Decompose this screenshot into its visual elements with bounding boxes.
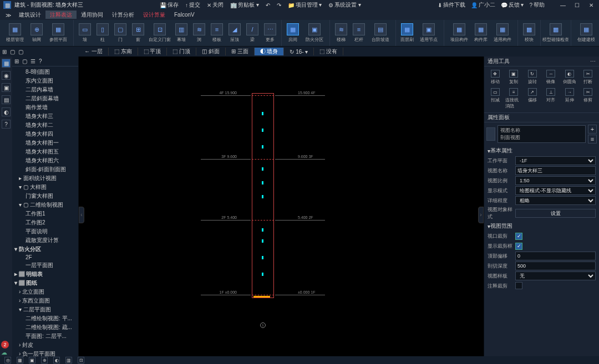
tree-item[interactable]: 工作图1 bbox=[12, 209, 78, 218]
tree-item[interactable]: ▾ 二层平面图 bbox=[12, 305, 78, 314]
property-select[interactable]: 1:50 bbox=[515, 176, 596, 185]
ribbon-button[interactable]: ▦创建建模 bbox=[573, 21, 599, 45]
tree-item[interactable]: › 东西立面图 bbox=[12, 296, 78, 305]
title-action[interactable]: ↷ bbox=[277, 2, 281, 8]
add-view-button[interactable]: + bbox=[588, 125, 597, 134]
property-select[interactable]: 绘图模式-不显示隐藏线 bbox=[515, 186, 596, 195]
title-action[interactable]: 💾保存 bbox=[160, 1, 179, 9]
rail-icon-3[interactable]: ▣ bbox=[2, 83, 11, 92]
tree-item[interactable]: 墙身大样图六 bbox=[12, 156, 78, 165]
cloud-sync-icon[interactable]: ☁ bbox=[1, 349, 7, 356]
title-right-item[interactable]: 💬反馈 ▾ bbox=[501, 1, 524, 9]
property-checkbox[interactable]: ✓ bbox=[515, 243, 522, 250]
tree-item[interactable]: 二层斜面幕墙 bbox=[12, 94, 78, 103]
ribbon-button[interactable]: ▦项目构件 bbox=[446, 21, 472, 45]
tool-button[interactable]: ✂打断 bbox=[580, 69, 597, 86]
title-action[interactable]: ⚙系统设置 ▾ bbox=[328, 1, 361, 9]
status-icon[interactable]: ⊕ bbox=[41, 357, 48, 363]
title-right-item[interactable]: 👤广小二 bbox=[471, 1, 495, 9]
viewbar-tab[interactable]: ▢ bbox=[10, 49, 15, 55]
tree-item[interactable]: ▾ ▢ 大样图 bbox=[12, 183, 78, 192]
status-icon[interactable]: ▥ bbox=[65, 357, 72, 363]
tool-button[interactable]: →延伸 bbox=[561, 87, 578, 110]
tree-item[interactable]: ▾ 防火分区 bbox=[12, 245, 78, 254]
tree-item[interactable]: 疏散宽度计算 bbox=[12, 236, 78, 245]
ribbon-button[interactable]: ⊡自定义门窗 bbox=[147, 21, 172, 45]
tree-item[interactable]: 8-8剖面图 bbox=[12, 68, 78, 76]
collapse-menu-icon[interactable]: ≫ bbox=[3, 11, 13, 19]
tree-item[interactable]: ▸ 面积统计视图 bbox=[12, 174, 78, 183]
viewbar-tab[interactable]: ⊞ bbox=[2, 49, 7, 55]
view-segment[interactable]: ⬚ 平顶 bbox=[138, 48, 167, 55]
section-basic[interactable]: ▾ 基本属性 bbox=[484, 146, 599, 156]
view-segment[interactable]: ← 一层 bbox=[79, 48, 109, 55]
tree-item[interactable]: 一层平面图 bbox=[12, 261, 78, 270]
tool-button[interactable]: ✂修剪 bbox=[580, 87, 597, 110]
ribbon-button[interactable]: ▩模型碰撞检查 bbox=[543, 21, 568, 45]
property-checkbox[interactable]: ✓ bbox=[515, 233, 522, 240]
view-name-select[interactable]: 视图名称 剖面视图 bbox=[498, 125, 586, 143]
status-icon[interactable]: ⊡ bbox=[78, 357, 84, 363]
menu-item[interactable]: 设计算量 bbox=[139, 11, 170, 19]
tool-button[interactable]: ◐倒圆角 bbox=[561, 69, 578, 86]
tool-button[interactable]: ↔镜像 bbox=[542, 69, 560, 86]
canvas[interactable]: ‹ › 1 4F 15.90015.900 4F3F 9.6009.600 3F… bbox=[79, 57, 484, 356]
tree-item[interactable]: ▸ ▦ 明细表 bbox=[12, 270, 78, 279]
property-select[interactable]: 粗略 bbox=[515, 196, 596, 205]
title-action[interactable]: ↑提交 bbox=[185, 1, 200, 9]
tree-item[interactable]: 门窗大样图 bbox=[12, 192, 78, 201]
view-segment[interactable]: ⊞ 三面 bbox=[226, 48, 255, 55]
rail-icon-6[interactable]: ? bbox=[2, 120, 11, 129]
tree-item[interactable]: 墙身大样二 bbox=[12, 121, 78, 130]
tree-item[interactable]: 墙身大样三 bbox=[12, 112, 78, 121]
status-icon[interactable]: ◎ bbox=[4, 357, 11, 363]
menu-item[interactable]: FalconV bbox=[170, 11, 199, 19]
status-icon[interactable]: ▦ bbox=[17, 357, 23, 363]
ribbon-button[interactable]: ≋洞 bbox=[190, 21, 208, 45]
close-button[interactable]: ✕ bbox=[589, 2, 596, 8]
min-button[interactable]: — bbox=[560, 2, 567, 8]
ribbon-button[interactable]: ▦通用构件 bbox=[490, 21, 515, 45]
view-segment[interactable]: ◫ 斜面 bbox=[196, 48, 226, 55]
property-input[interactable] bbox=[515, 262, 596, 270]
menu-item[interactable]: 计算分析 bbox=[108, 11, 139, 19]
property-input[interactable] bbox=[515, 166, 596, 175]
tree-item[interactable]: 斜面-斜面剖面图 bbox=[12, 165, 78, 174]
title-action[interactable]: 📁项目管理 ▾ bbox=[288, 1, 322, 9]
title-action[interactable]: ↶ bbox=[266, 2, 270, 8]
tree-item[interactable]: 二维绘制视图: 平... bbox=[12, 314, 78, 323]
tree-item[interactable]: 墙身大样四 bbox=[12, 130, 78, 139]
ribbon-button[interactable]: ≋楼梯 bbox=[332, 21, 350, 45]
ribbon-button[interactable]: ▯柱 bbox=[94, 21, 111, 45]
ribbon-button[interactable]: ▦面层刷 bbox=[398, 21, 416, 45]
ribbon-button[interactable]: ▣通用节点 bbox=[416, 21, 441, 45]
tool-button[interactable]: ≡连接线消隐 bbox=[505, 87, 523, 110]
section-range[interactable]: ▾ 视图范围 bbox=[484, 221, 599, 231]
ribbon-button[interactable]: ⊕轴网 bbox=[28, 21, 45, 45]
ribbon-button[interactable]: /梁 bbox=[243, 21, 261, 45]
property-checkbox[interactable] bbox=[515, 282, 522, 289]
max-button[interactable]: ☐ bbox=[575, 2, 581, 8]
tool-button[interactable]: ⊥对齐 bbox=[542, 87, 560, 110]
tree-item[interactable]: ▾ ▦ 图纸 bbox=[12, 279, 78, 288]
title-action[interactable]: ✕关闭 bbox=[207, 1, 224, 9]
tree-item[interactable]: › 负一层平面图 bbox=[12, 350, 78, 356]
property-input[interactable] bbox=[515, 252, 596, 260]
menu-item[interactable]: 建筑设计 bbox=[14, 11, 45, 19]
ribbon-button[interactable]: ⋯更多 bbox=[261, 21, 279, 45]
tree-item[interactable]: 二维绘制视图: 疏... bbox=[12, 323, 78, 332]
tree-item[interactable]: 墙身大样图一 bbox=[12, 139, 78, 147]
ribbon-button[interactable]: ⊞窗 bbox=[129, 21, 147, 45]
property-button[interactable]: 设置 bbox=[515, 209, 596, 218]
view-segment[interactable]: ⬚ 东南 bbox=[109, 48, 138, 55]
tree-item[interactable]: › 北立面图 bbox=[12, 288, 78, 296]
status-icon[interactable]: ◐ bbox=[53, 357, 60, 363]
view-segment[interactable]: ↻ 16- ▾ bbox=[284, 48, 314, 55]
rail-icon-project[interactable]: ▦ bbox=[2, 59, 11, 68]
view-segment[interactable]: ⬚ 门顶 bbox=[167, 48, 196, 55]
tree-item[interactable]: 工作图2 bbox=[12, 218, 78, 227]
tree-item[interactable]: › 封皮 bbox=[12, 341, 78, 350]
tree-item[interactable]: 墙身大样图五 bbox=[12, 147, 78, 156]
tree-tab[interactable]: ⊞ bbox=[14, 58, 19, 64]
tool-button[interactable]: ↻旋转 bbox=[524, 69, 541, 86]
